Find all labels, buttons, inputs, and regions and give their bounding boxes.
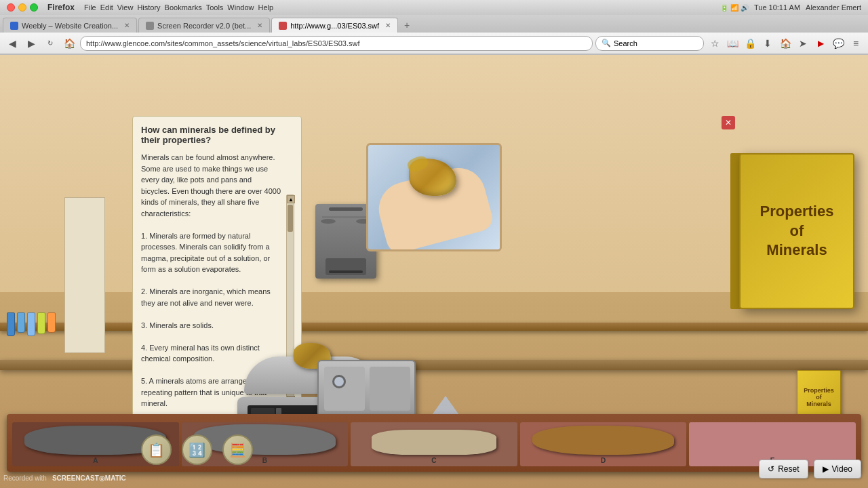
toolbar-icons: ☆ 📖 🔒 ⬇ 🏠 ➤ ▶ 💬 ≡ [707, 35, 864, 52]
watermark-text1: Recorded with [3, 474, 47, 482]
menu-window[interactable]: Window [227, 3, 254, 12]
clipboard-icon: 📋 [141, 434, 172, 465]
reset-icon: ↺ [768, 464, 774, 474]
menu-edit[interactable]: Edit [100, 3, 113, 12]
tab-favicon-weebly [10, 22, 18, 30]
specimen-display: ✕ [366, 143, 502, 251]
sync-icon[interactable]: 🔒 [742, 35, 758, 52]
title-bar: Firefox File Edit View History Bookmarks… [0, 0, 868, 15]
tab-favicon-recorder [146, 22, 154, 30]
bottle-blue3 [27, 312, 35, 336]
minimize-button[interactable] [18, 3, 26, 12]
tool-tray [317, 360, 416, 418]
chat-icon[interactable]: 💬 [830, 35, 846, 52]
traffic-lights [7, 3, 38, 12]
bottle-blue1 [7, 312, 15, 336]
bench-surface [0, 360, 868, 370]
specimen-label-d: D [601, 457, 606, 464]
search-placeholder: Search [614, 39, 637, 47]
search-bar[interactable]: 🔍 Search [595, 36, 704, 51]
user-name: Alexander Emert [806, 3, 861, 12]
download-icon[interactable]: ⬇ [760, 35, 776, 52]
wall-shelf [0, 323, 868, 331]
home-button[interactable]: 🏠 [61, 35, 77, 52]
tab-label-lab: http://www.g...03/ES03.swf [290, 22, 379, 30]
scroll-thumb[interactable] [288, 205, 293, 232]
menu-bookmarks[interactable]: Bookmarks [165, 3, 202, 12]
tab-weebly[interactable]: Weebly – Website Creation... ✕ [3, 18, 137, 33]
specimen-label-a: A [93, 457, 98, 464]
tab-favicon-lab [279, 22, 287, 30]
close-button[interactable] [7, 3, 15, 12]
reset-button[interactable]: ↺ Reset [759, 460, 808, 479]
tab-close-lab[interactable]: ✕ [385, 22, 391, 29]
calculator2-icon: 🧮 [222, 434, 253, 465]
tab-close-weebly[interactable]: ✕ [124, 22, 130, 29]
video-button[interactable]: ▶ Video [814, 460, 861, 479]
url-bar[interactable]: http://www.glencoe.com/sites/common_asse… [80, 36, 593, 51]
specimen-box-c[interactable]: C [351, 422, 517, 466]
magnifier-icon [332, 375, 346, 388]
scale-arm [322, 216, 370, 218]
tray-section-2 [370, 367, 410, 411]
mineral-c [372, 430, 496, 455]
calculator-icon: 🔢 [182, 434, 212, 465]
specimen-label-b: B [262, 457, 267, 464]
watermark: Recorded with SCREENCAST◎MATIC [3, 474, 126, 482]
bottle-blue2 [17, 312, 25, 333]
tab-close-recorder[interactable]: ✕ [257, 22, 262, 29]
main-content: How can minerals be defined by their pro… [0, 55, 868, 488]
menu-icon[interactable]: ≡ [848, 35, 864, 52]
book-large-title: PropertiesofMinerals [760, 202, 834, 260]
tab-recorder[interactable]: Screen Recorder v2.0 (bet... ✕ [138, 18, 270, 33]
book-small-title: PropertiesofMinerals [804, 387, 834, 407]
mineral-hand-view [368, 145, 500, 249]
bookmark-star[interactable]: ☆ [707, 35, 723, 52]
menu-help[interactable]: Help [258, 3, 273, 12]
scale-top-bar [329, 207, 363, 211]
calculator2-btn[interactable]: 🧮 [220, 431, 254, 468]
toolbar: ◀ ▶ ↻ 🏠 http://www.glencoe.com/sites/com… [0, 33, 868, 54]
tab-label-weebly: Weebly – Website Creation... [22, 22, 118, 30]
properties-book-large[interactable]: PropertiesofMinerals [739, 153, 854, 309]
scroll-up-button[interactable]: ▲ [287, 195, 295, 203]
mineral-d [532, 426, 674, 455]
clock: Tue 10:11 AM [754, 3, 800, 12]
video-label: Video [832, 464, 852, 474]
forward-button[interactable]: ▶ [23, 35, 39, 52]
bookmark-icon[interactable]: 📖 [724, 35, 741, 52]
maximize-button[interactable] [30, 3, 38, 12]
clipboard-btn[interactable]: 📋 [139, 431, 173, 468]
left-info-panel [64, 197, 105, 353]
bottles-area [7, 312, 56, 336]
bottle-orange [47, 312, 56, 333]
system-icons: 🔋 📶 🔊 [720, 4, 749, 12]
specimen-box-d[interactable]: D [520, 422, 687, 466]
menu-history[interactable]: History [137, 3, 160, 12]
browser-name: Firefox [47, 3, 75, 12]
back-button[interactable]: ◀ [4, 35, 20, 52]
sidebar-bottom-icons: 📋 🔢 🧮 [132, 431, 261, 468]
bottle-yellow [37, 312, 45, 334]
menu-tools[interactable]: Tools [206, 3, 224, 12]
specimen-label-c: C [431, 457, 436, 464]
tray-section-1 [324, 367, 365, 411]
video-icon: ▶ [823, 464, 829, 474]
menu-view[interactable]: View [117, 3, 134, 12]
home-icon2[interactable]: 🏠 [777, 35, 793, 52]
action-buttons: ↺ Reset ▶ Video [759, 460, 861, 479]
tab-bar: Weebly – Website Creation... ✕ Screen Re… [0, 15, 868, 33]
scale-display-line [329, 270, 363, 273]
tab-lab[interactable]: http://www.g...03/ES03.swf ✕ [271, 18, 398, 33]
tab-label-recorder: Screen Recorder v2.0 (bet... [157, 22, 251, 30]
search-icon: 🔍 [601, 39, 611, 47]
youtube-icon[interactable]: ▶ [812, 35, 829, 52]
arrow-icon[interactable]: ➤ [795, 35, 811, 52]
stop-button[interactable]: ↻ [42, 35, 58, 52]
new-tab-button[interactable]: + [399, 18, 414, 33]
panel-close-button[interactable]: ✕ [722, 116, 735, 129]
watermark-logo: SCREENCAST◎MATIC [52, 474, 126, 482]
calculator-btn[interactable]: 🔢 [180, 431, 214, 468]
reset-label: Reset [778, 464, 799, 474]
menu-file[interactable]: File [84, 3, 96, 12]
